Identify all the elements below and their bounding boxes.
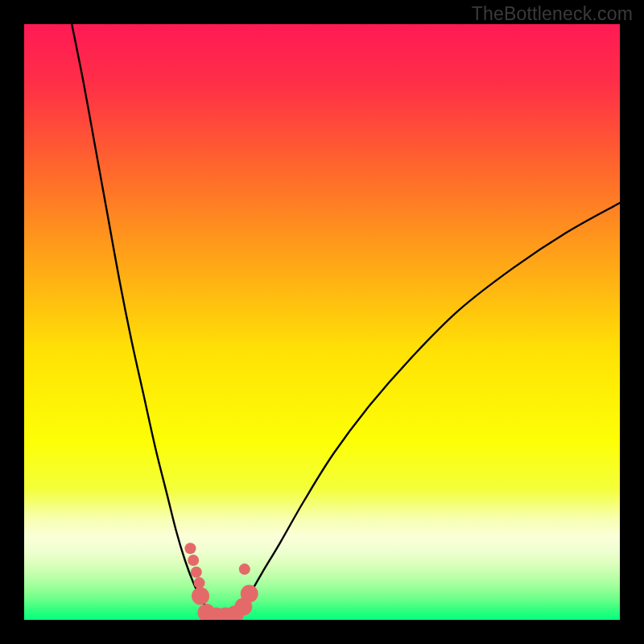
watermark-text: TheBottleneck.com [472,3,633,25]
highlight-dot [239,564,250,575]
highlight-dot [194,577,205,588]
series-left-branch [72,24,215,617]
chart-frame: TheBottleneck.com [0,0,644,644]
curve-layer [24,24,620,620]
highlight-dot [191,567,202,578]
highlight-dots [184,543,258,620]
series-right-branch [233,203,620,617]
highlight-dot [188,555,199,566]
highlight-dot [192,587,209,605]
highlight-dot [184,543,196,554]
highlight-dot [241,584,258,602]
plot-area [24,24,620,620]
